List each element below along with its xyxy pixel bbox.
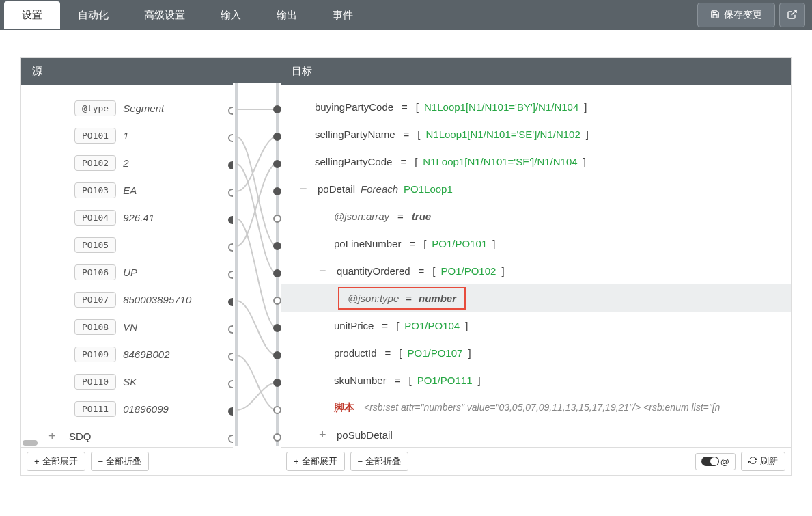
source-badge: PO111 xyxy=(74,401,116,417)
mapping-panel: 源 @typeSegment PO1011 PO1022 PO103EA PO1… xyxy=(20,57,792,476)
tab-events[interactable]: 事件 xyxy=(315,1,371,29)
source-value: SK xyxy=(123,376,137,388)
target-keyword: Foreach xyxy=(361,183,398,195)
source-value: EA xyxy=(123,185,137,196)
source-collapsed-group[interactable]: + SDQ xyxy=(21,422,233,447)
plus-icon: + xyxy=(34,457,40,467)
source-tree: @typeSegment PO1011 PO1022 PO103EA PO104… xyxy=(21,85,233,447)
collapse-icon[interactable]: − xyxy=(319,264,331,278)
target-name: quantityOrdered xyxy=(337,265,410,277)
source-badge: PO104 xyxy=(74,210,116,226)
refresh-button[interactable]: 刷新 xyxy=(741,452,785,471)
target-row-jsonType-selected[interactable]: @json:type = number xyxy=(281,284,791,312)
external-link-icon xyxy=(787,9,798,22)
collapse-all-label: 全部折叠 xyxy=(365,455,401,467)
target-attr: @json:array xyxy=(334,211,389,222)
source-value: 8469B002 xyxy=(123,349,169,360)
target-path: N1Loop1[N1/N101='SE']/N1/N102 xyxy=(425,128,580,140)
target-name: poDetail xyxy=(318,183,355,195)
toggle-icon xyxy=(701,457,719,466)
expand-icon[interactable]: + xyxy=(48,429,62,444)
target-name: productId xyxy=(334,347,377,359)
target-value: number xyxy=(419,293,456,304)
tab-settings[interactable]: 设置 xyxy=(4,1,60,29)
show-attributes-toggle[interactable]: @ xyxy=(695,453,736,470)
target-name: unitPrice xyxy=(334,320,374,331)
target-script-label: 脚本 xyxy=(334,401,354,414)
target-collapse-all-button[interactable]: −全部折叠 xyxy=(350,452,409,471)
source-group-label: SDQ xyxy=(69,431,92,442)
target-path: PO1/PO104 xyxy=(404,320,460,331)
tab-output[interactable]: 输出 xyxy=(259,1,315,29)
tab-input[interactable]: 输入 xyxy=(203,1,259,29)
source-badge: PO101 xyxy=(74,128,116,144)
toggle-at-label: @ xyxy=(720,457,729,467)
source-row[interactable]: PO106UP xyxy=(21,258,233,286)
target-path: N1Loop1[N1/N101='BY']/N1/N104 xyxy=(424,101,578,113)
source-row[interactable]: PO11101896099 xyxy=(21,395,233,422)
target-row-poSubDetail[interactable]: + poSubDetail xyxy=(281,421,791,447)
source-row[interactable]: PO110SK xyxy=(21,368,233,395)
target-row-script[interactable]: 脚本 <rsb:set attr="numbers" value="03,05,… xyxy=(281,394,791,421)
source-badge: PO109 xyxy=(74,347,116,362)
target-name: skuNumber xyxy=(334,375,387,386)
target-row-sellingPartyName[interactable]: sellingPartyName = [N1Loop1[N1/N101='SE'… xyxy=(281,120,791,148)
source-badge: PO103 xyxy=(74,182,116,198)
scrollbar-horizontal[interactable] xyxy=(23,440,38,446)
expand-icon[interactable]: + xyxy=(319,428,331,442)
target-name: poLineNumber xyxy=(334,238,401,249)
target-row-unitPrice[interactable]: unitPrice = [PO1/PO104] xyxy=(281,312,791,339)
source-row[interactable]: PO107850003895710 xyxy=(21,286,233,313)
source-row[interactable]: PO105 xyxy=(21,231,233,258)
source-badge: PO108 xyxy=(74,319,116,335)
source-row[interactable]: PO103EA xyxy=(21,176,233,204)
source-row[interactable]: PO1098469B002 xyxy=(21,340,233,368)
connector-ports-left xyxy=(231,109,240,446)
target-row-jsonArray[interactable]: @json:array = true xyxy=(281,202,791,230)
target-panel-footer: +全部展开 −全部折叠 @ 刷新 xyxy=(281,447,791,475)
target-name: sellingPartyCode xyxy=(315,156,392,167)
tab-automation[interactable]: 自动化 xyxy=(60,1,126,29)
target-path: PO1/PO101 xyxy=(432,238,487,249)
source-row[interactable]: PO104926.41 xyxy=(21,204,233,231)
target-row-productId[interactable]: productId = [PO1/PO107] xyxy=(281,339,791,366)
target-row-poLineNumber[interactable]: poLineNumber = [PO1/PO101] xyxy=(281,230,791,257)
source-row[interactable]: @typeSegment xyxy=(21,94,233,122)
source-value: UP xyxy=(123,267,137,278)
source-badge: @type xyxy=(74,100,116,116)
refresh-label: 刷新 xyxy=(760,455,778,467)
source-row[interactable]: PO1011 xyxy=(21,122,233,149)
target-panel: 目标 buyingPartyCode = [N1Loop1[N1/N101='B… xyxy=(281,58,791,475)
target-row-quantityOrdered[interactable]: − quantityOrdered = [PO1/PO102] xyxy=(281,257,791,284)
source-row[interactable]: PO108VN xyxy=(21,313,233,340)
expand-all-label: 全部展开 xyxy=(302,455,337,467)
source-collapse-all-button[interactable]: −全部折叠 xyxy=(91,452,150,471)
svg-line-0 xyxy=(792,10,796,15)
source-badge: PO102 xyxy=(74,155,116,171)
minus-icon: − xyxy=(358,457,363,467)
source-panel-header: 源 xyxy=(21,58,233,85)
target-row-skuNumber[interactable]: skuNumber = [PO1/PO111] xyxy=(281,366,791,394)
source-row[interactable]: PO1022 xyxy=(21,149,233,176)
target-path: PO1/PO111 xyxy=(417,375,473,386)
target-row-sellingPartyCode[interactable]: sellingPartyCode = [N1Loop1[N1/N101='SE'… xyxy=(281,148,791,175)
source-value: 01896099 xyxy=(123,403,169,415)
tab-advanced[interactable]: 高级设置 xyxy=(126,1,203,29)
save-changes-button[interactable]: 保存变更 xyxy=(697,3,775,27)
target-row-buyingPartyCode[interactable]: buyingPartyCode = [N1Loop1[N1/N101='BY']… xyxy=(281,93,791,120)
source-value: 2 xyxy=(123,157,128,169)
target-row-poDetail[interactable]: − poDetail Foreach PO1Loop1 xyxy=(281,175,791,202)
refresh-icon xyxy=(748,456,757,467)
open-external-button[interactable] xyxy=(779,3,805,27)
target-path: PO1Loop1 xyxy=(404,183,453,195)
target-name: sellingPartyName xyxy=(315,128,395,140)
target-path: N1Loop1[N1/N101='SE']/N1/N104 xyxy=(423,156,577,167)
collapse-icon[interactable]: − xyxy=(300,182,312,196)
source-expand-all-button[interactable]: +全部展开 xyxy=(27,452,85,471)
selected-row-box: @json:type = number xyxy=(338,287,466,310)
source-value: Segment xyxy=(123,103,164,114)
target-expand-all-button[interactable]: +全部展开 xyxy=(286,452,345,471)
source-panel: 源 @typeSegment PO1011 PO1022 PO103EA PO1… xyxy=(21,58,233,475)
save-icon xyxy=(710,10,720,21)
source-panel-body: @typeSegment PO1011 PO1022 PO103EA PO104… xyxy=(21,85,233,447)
